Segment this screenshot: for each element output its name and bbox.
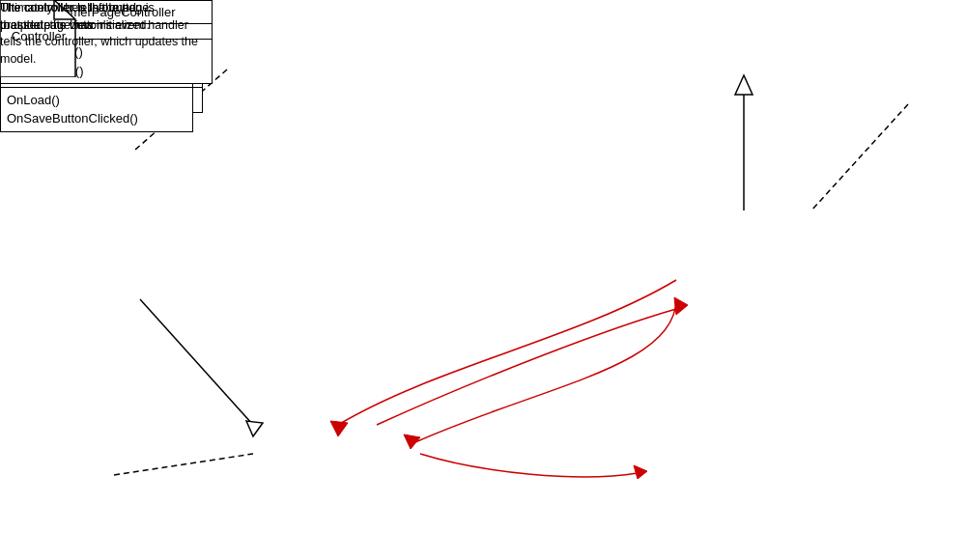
svg-marker-9 [404,434,420,449]
svg-marker-10 [634,465,647,479]
diagram: Customer CustomerID : Integer FirstName … [0,0,966,560]
svg-line-5 [140,299,253,425]
svg-marker-6 [246,421,263,436]
svg-marker-8 [674,297,688,315]
svg-marker-7 [330,421,348,436]
annotation-3: Ultimately when the button is pressed, t… [0,0,203,68]
customer-page-methods: OnLoad() OnSaveButtonClicked() [1,88,192,131]
svg-line-2 [114,454,253,475]
svg-line-1 [811,104,908,210]
svg-marker-4 [735,75,753,95]
